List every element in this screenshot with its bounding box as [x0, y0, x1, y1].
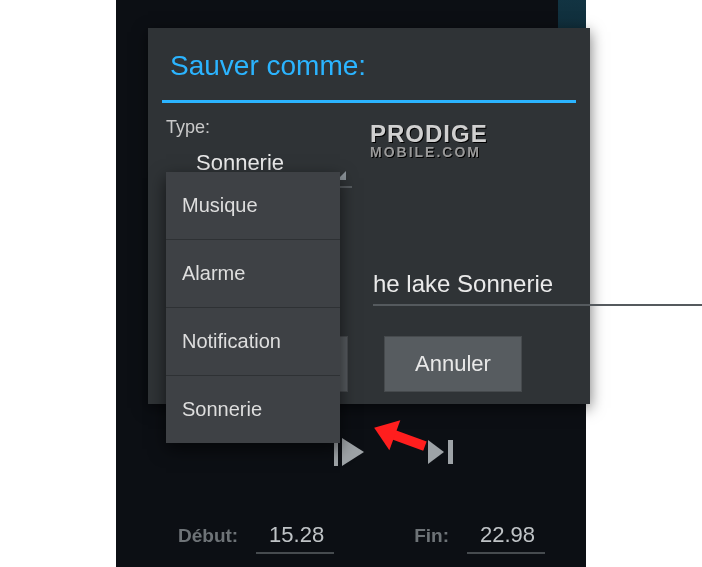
type-dropdown-menu: Musique Alarme Notification Sonnerie: [166, 172, 340, 443]
end-input[interactable]: 22.98: [467, 520, 545, 554]
svg-marker-3: [342, 438, 364, 466]
svg-rect-5: [448, 440, 453, 464]
dialog-title: Sauver comme:: [148, 28, 590, 90]
filename-input[interactable]: he lake Sonnerie: [373, 270, 702, 306]
cancel-button[interactable]: Annuler: [384, 336, 522, 392]
start-input[interactable]: 15.28: [256, 520, 334, 554]
menu-item-alarme[interactable]: Alarme: [166, 240, 340, 308]
arrow-icon: [370, 402, 446, 478]
end-label: Fin:: [414, 525, 449, 547]
start-label: Début:: [178, 525, 238, 547]
menu-item-sonnerie[interactable]: Sonnerie: [166, 376, 340, 443]
dialog-divider: [162, 100, 576, 103]
type-label: Type:: [148, 109, 590, 138]
time-row: Début: 15.28 Fin: 22.98: [178, 520, 545, 554]
menu-item-musique[interactable]: Musique: [166, 172, 340, 240]
menu-item-notification[interactable]: Notification: [166, 308, 340, 376]
svg-marker-1: [370, 413, 400, 451]
